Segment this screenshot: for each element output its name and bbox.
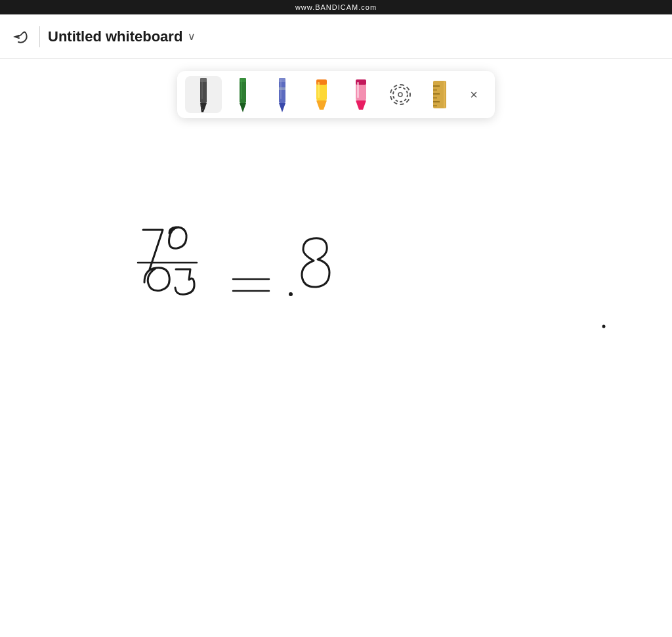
pen-black-icon bbox=[194, 77, 213, 112]
back-button[interactable] bbox=[10, 26, 32, 47]
lasso-icon bbox=[390, 84, 411, 105]
canvas-area[interactable] bbox=[0, 59, 672, 637]
pen-blue-icon bbox=[274, 77, 291, 112]
svg-rect-36 bbox=[444, 81, 445, 108]
svg-marker-15 bbox=[279, 103, 285, 112]
svg-rect-22 bbox=[318, 82, 320, 98]
pen-black-button[interactable] bbox=[185, 76, 222, 113]
pen-green-button[interactable] bbox=[224, 76, 261, 113]
pen-blue-button[interactable] bbox=[264, 76, 301, 113]
highlighter-pink-icon bbox=[351, 77, 371, 112]
header-divider bbox=[39, 26, 40, 47]
close-button[interactable]: × bbox=[461, 81, 487, 108]
watermark-text: www.BANDICAM.com bbox=[295, 3, 377, 11]
svg-marker-11 bbox=[240, 103, 246, 112]
chevron-down-icon: ∨ bbox=[188, 30, 196, 43]
svg-rect-26 bbox=[357, 82, 359, 98]
svg-marker-24 bbox=[356, 100, 366, 110]
ruler-icon bbox=[429, 77, 450, 112]
svg-point-3 bbox=[289, 292, 293, 296]
drawing-canvas bbox=[0, 59, 672, 637]
drawing-toolbar: × bbox=[177, 71, 495, 118]
svg-rect-13 bbox=[241, 79, 242, 99]
title-area[interactable]: Untitled whiteboard ∨ bbox=[48, 28, 196, 45]
svg-rect-12 bbox=[240, 78, 246, 82]
svg-rect-16 bbox=[279, 78, 285, 82]
svg-rect-5 bbox=[200, 79, 207, 103]
highlighter-pink-button[interactable] bbox=[343, 76, 379, 113]
close-icon: × bbox=[470, 87, 478, 102]
pen-green-icon bbox=[234, 77, 251, 112]
lasso-button[interactable] bbox=[382, 76, 419, 113]
svg-rect-14 bbox=[279, 79, 285, 103]
svg-marker-20 bbox=[316, 100, 327, 110]
svg-rect-8 bbox=[200, 78, 207, 82]
ruler-button[interactable] bbox=[421, 76, 458, 113]
svg-point-28 bbox=[398, 93, 402, 97]
watermark-bar: www.BANDICAM.com bbox=[0, 0, 672, 14]
svg-rect-10 bbox=[240, 79, 246, 103]
svg-rect-9 bbox=[201, 79, 203, 99]
svg-point-27 bbox=[393, 87, 408, 102]
highlighter-yellow-button[interactable] bbox=[303, 76, 340, 113]
highlighter-yellow-icon bbox=[312, 77, 331, 112]
page-title: Untitled whiteboard bbox=[48, 28, 182, 45]
svg-rect-18 bbox=[279, 87, 285, 90]
header: Untitled whiteboard ∨ bbox=[0, 14, 672, 59]
svg-point-4 bbox=[602, 325, 606, 328]
